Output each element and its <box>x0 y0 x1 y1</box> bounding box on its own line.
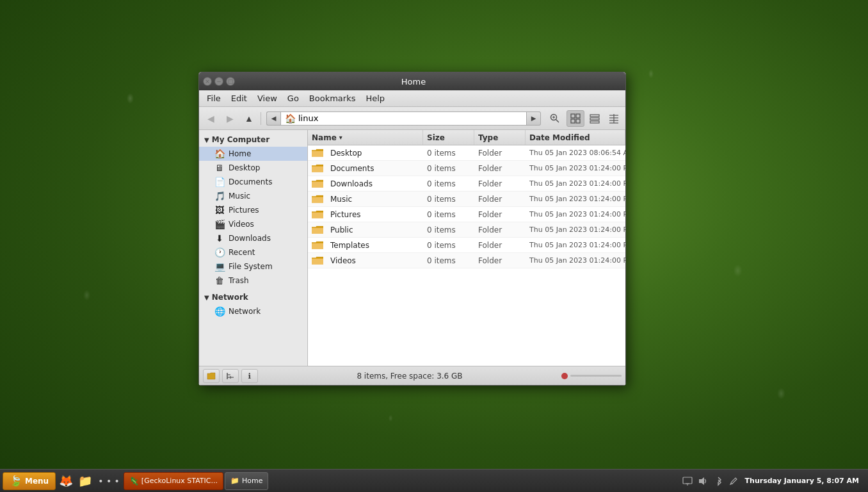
sidebar-section-label-network: Network <box>212 293 248 302</box>
info-button[interactable]: ℹ <box>241 369 258 383</box>
window-close-button[interactable]: × <box>203 77 212 86</box>
sidebar-item-desktop[interactable]: 🖥 Desktop <box>199 161 307 175</box>
folder-icon <box>312 179 323 188</box>
sidebar-section-network[interactable]: ▼ Network <box>199 290 307 304</box>
file-size-cell: 0 items <box>423 145 474 160</box>
folder-icon <box>312 194 323 204</box>
column-header-name[interactable]: Name ▾ <box>308 130 423 145</box>
system-clock[interactable]: Thursday January 5, 8:07 AM <box>743 477 862 485</box>
folder-icon <box>207 372 216 381</box>
sidebar-item-documents-label: Documents <box>229 177 272 186</box>
menu-edit[interactable]: Edit <box>226 92 252 104</box>
file-type-cell: Folder <box>474 253 526 268</box>
sidebar-item-home[interactable]: 🏠 Home <box>199 147 307 161</box>
toolbar-view-buttons <box>545 110 623 127</box>
file-name-cell: Public <box>308 222 423 237</box>
table-row[interactable]: Templates 0 items Folder Thu 05 Jan 2023… <box>308 238 625 253</box>
sidebar-item-pictures-icon: 🖼 <box>214 205 225 215</box>
table-row[interactable]: Videos 0 items Folder Thu 05 Jan 2023 01… <box>308 253 625 268</box>
bluetooth-icon[interactable] <box>712 475 725 488</box>
folder-view-button[interactable] <box>203 369 220 383</box>
sidebar-item-downloads-icon: ⬇ <box>214 233 225 243</box>
svg-rect-9 <box>590 118 599 120</box>
firefox-button[interactable]: 🦊 <box>57 472 75 490</box>
folder-button[interactable]: 📁 <box>76 472 94 490</box>
file-type-cell: Folder <box>474 207 526 222</box>
table-row[interactable]: Music 0 items Folder Thu 05 Jan 2023 01:… <box>308 192 625 207</box>
window-minimize-button[interactable]: − <box>214 77 223 86</box>
svg-rect-5 <box>576 114 580 118</box>
sidebar-item-music[interactable]: 🎵 Music <box>199 189 307 203</box>
file-date-cell: Thu 05 Jan 2023 08:06:54 AM CET <box>526 145 625 160</box>
location-next-button[interactable]: ▶ <box>527 111 541 126</box>
content-area: ▼ My Computer 🏠 Home 🖥 Desktop 📄 Documen… <box>199 130 625 366</box>
geckolinux-button[interactable]: 🦎 [GeckoLinux STATIC... <box>124 472 223 490</box>
file-list-header: Name ▾ Size Type Date Modified <box>308 130 625 145</box>
forward-button[interactable]: ▶ <box>221 110 239 127</box>
zoom-button[interactable] <box>545 110 565 127</box>
sidebar-item-recent[interactable]: 🕐 Recent <box>199 245 307 259</box>
file-name: Videos <box>330 256 356 265</box>
tree-view-button[interactable] <box>222 369 239 383</box>
home-window-button[interactable]: 📁 Home <box>225 472 268 490</box>
menu-help[interactable]: Help <box>360 92 390 104</box>
menu-bookmarks[interactable]: Bookmarks <box>304 92 361 104</box>
file-name: Public <box>330 226 353 234</box>
volume-icon[interactable] <box>696 475 709 488</box>
toolbar-separator-1 <box>261 112 261 125</box>
menu-button[interactable]: 🍃 Menu <box>3 472 56 490</box>
column-header-date[interactable]: Date Modified <box>526 130 625 145</box>
file-name: Templates <box>330 241 369 250</box>
file-name-cell: Documents <box>308 161 423 176</box>
table-row[interactable]: Desktop 0 items Folder Thu 05 Jan 2023 0… <box>308 145 625 161</box>
sidebar-item-trash[interactable]: 🗑 Trash <box>199 274 307 288</box>
menu-view[interactable]: View <box>252 92 282 104</box>
file-size-cell: 0 items <box>423 238 474 252</box>
menu-go[interactable]: Go <box>282 92 304 104</box>
svg-rect-10 <box>590 121 599 123</box>
sidebar-item-videos-icon: 🎬 <box>214 219 225 229</box>
view-list-button[interactable] <box>586 110 604 127</box>
menu-file[interactable]: File <box>202 92 226 104</box>
table-row[interactable]: Downloads 0 items Folder Thu 05 Jan 2023… <box>308 176 625 192</box>
status-text: 8 items, Free space: 3.6 GB <box>261 372 559 381</box>
sidebar-section-computer[interactable]: ▼ My Computer <box>199 133 307 147</box>
file-name-cell: Templates <box>308 238 423 252</box>
app-dots[interactable]: • • • <box>95 476 122 486</box>
sidebar-item-downloads[interactable]: ⬇ Downloads <box>199 231 307 245</box>
edit-icon[interactable] <box>727 475 740 488</box>
sidebar-item-documents[interactable]: 📄 Documents <box>199 175 307 189</box>
back-button[interactable]: ◀ <box>202 110 220 127</box>
file-name-cell: Desktop <box>308 145 423 160</box>
sidebar-item-home-label: Home <box>229 149 251 158</box>
sidebar-item-filesystem[interactable]: 💻 File System <box>199 259 307 274</box>
column-header-size[interactable]: Size <box>423 130 474 145</box>
view-icons-button[interactable] <box>567 110 584 127</box>
folder-icon <box>312 240 323 250</box>
geckolinux-label: [GeckoLinux STATIC... <box>141 477 218 485</box>
home-location-icon: 🏠 <box>285 113 296 124</box>
up-button[interactable]: ▲ <box>240 110 258 127</box>
file-date-cell: Thu 05 Jan 2023 01:24:00 PM CET <box>526 161 625 176</box>
sidebar-item-pictures[interactable]: 🖼 Pictures <box>199 203 307 217</box>
file-name: Documents <box>330 164 374 173</box>
sidebar-item-videos[interactable]: 🎬 Videos <box>199 217 307 231</box>
sidebar-item-pictures-label: Pictures <box>229 206 259 215</box>
sidebar-section-arrow-computer: ▼ <box>204 136 209 144</box>
screen-icon[interactable] <box>681 475 694 488</box>
location-field[interactable]: 🏠 linux <box>280 111 527 126</box>
window-maximize-button[interactable]: □ <box>226 77 235 86</box>
table-row[interactable]: Public 0 items Folder Thu 05 Jan 2023 01… <box>308 222 625 238</box>
folder-icon <box>312 256 323 265</box>
table-row[interactable]: Documents 0 items Folder Thu 05 Jan 2023… <box>308 161 625 176</box>
file-name-cell: Downloads <box>308 176 423 191</box>
table-row[interactable]: Pictures 0 items Folder Thu 05 Jan 2023 … <box>308 207 625 222</box>
sidebar-item-network[interactable]: 🌐 Network <box>199 304 307 318</box>
view-compact-button[interactable] <box>605 110 623 127</box>
zoom-slider[interactable] <box>561 373 622 379</box>
column-header-type[interactable]: Type <box>474 130 526 145</box>
location-prev-button[interactable]: ◀ <box>266 111 280 126</box>
file-type-cell: Folder <box>474 192 526 206</box>
svg-rect-6 <box>571 119 575 123</box>
file-size-cell: 0 items <box>423 253 474 268</box>
